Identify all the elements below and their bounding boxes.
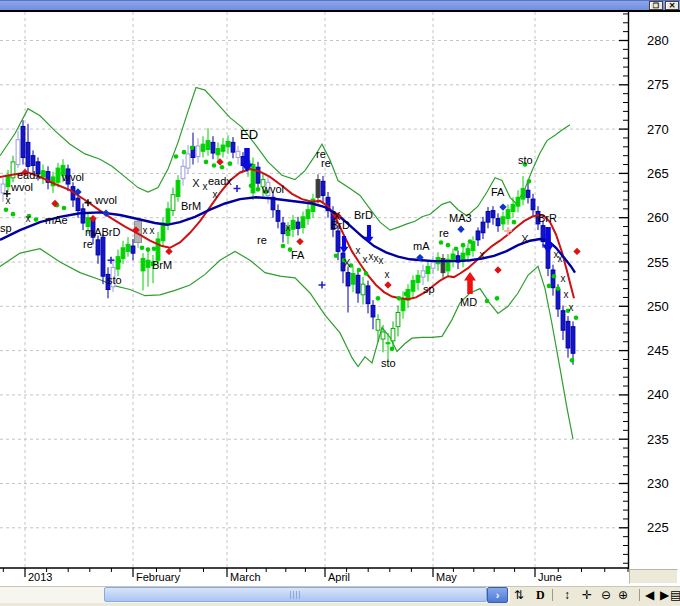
green-dot-marker <box>376 296 381 301</box>
close-window-button[interactable]: ✕ <box>665 1 679 10</box>
candle <box>11 156 15 183</box>
x-marker: x <box>385 269 390 280</box>
candle <box>186 145 190 173</box>
candle <box>456 250 460 269</box>
candle <box>406 284 410 308</box>
statusbar-previous-icon[interactable]: ◀ <box>645 588 654 603</box>
window-titlebar[interactable]: ❐ ✕ <box>0 0 680 10</box>
month-label: May <box>436 571 457 583</box>
x-marker: x <box>150 225 155 236</box>
candle <box>481 217 485 239</box>
candle <box>181 159 185 186</box>
green-dot-marker <box>34 217 39 222</box>
y-tick-label: 275 <box>647 77 669 92</box>
green-dot-marker <box>364 271 369 276</box>
candle <box>96 235 100 263</box>
green-dot-marker <box>62 206 67 211</box>
candle <box>446 254 450 276</box>
candle <box>276 204 280 228</box>
green-dot-marker <box>461 243 466 248</box>
diamond-marker <box>384 281 391 288</box>
candle <box>311 194 315 218</box>
statusbar-daily-periodicity-icon[interactable]: D <box>536 588 545 603</box>
candle <box>541 220 545 247</box>
green-dot-marker <box>4 207 9 212</box>
statusbar-zoom-in-icon[interactable]: ⊕ <box>618 588 628 603</box>
candle <box>141 253 145 290</box>
chart-annotation: BrM <box>181 200 201 212</box>
statusbar-vertical-scale-icon[interactable]: ↕ <box>564 588 570 603</box>
candle <box>316 174 320 203</box>
candle <box>301 211 305 233</box>
candle <box>516 190 520 212</box>
chart-annotation: wvol <box>94 194 117 206</box>
candle <box>391 321 395 348</box>
chart-annotation: FA <box>491 186 505 198</box>
chart-window: 2802752702652602552502452402352302252013… <box>0 0 680 606</box>
candle <box>1 178 5 202</box>
green-dot-marker <box>190 145 195 150</box>
h-scrollbar-thumb[interactable] <box>104 587 487 602</box>
bollinger-lower-band <box>0 249 573 440</box>
restore-window-button[interactable]: ❐ <box>649 1 663 10</box>
candle <box>506 204 510 224</box>
candle <box>491 206 495 225</box>
x-marker: x <box>363 254 368 265</box>
y-tick-label: 250 <box>647 299 669 314</box>
diamond-marker <box>494 266 501 273</box>
scroll-right-button[interactable]: › <box>487 587 508 603</box>
candle <box>526 183 530 203</box>
candle <box>561 305 565 340</box>
diamond-marker <box>499 203 506 210</box>
candle <box>411 275 415 299</box>
green-dot-marker <box>281 244 286 249</box>
scrollbar-grip-icon <box>290 591 301 599</box>
y-tick-label: 265 <box>647 166 669 181</box>
green-dot-marker <box>547 284 552 289</box>
candle <box>121 241 125 264</box>
candle <box>441 254 445 278</box>
chart-annotation: eadx <box>17 169 41 181</box>
statusbar-menu-icon[interactable]: ▤ <box>670 588 680 603</box>
chart-annotation: wvol <box>61 171 84 183</box>
candle <box>356 270 360 303</box>
month-label: June <box>538 571 562 583</box>
chart-annotation: mABrD <box>85 226 121 238</box>
candle <box>531 194 535 216</box>
x-marker: x <box>26 213 31 224</box>
chart-annotation: mA <box>413 240 430 252</box>
plus-marker <box>504 227 512 235</box>
statusbar-next-icon[interactable]: ▶ <box>660 588 669 603</box>
green-dot-marker <box>574 316 579 321</box>
chart-annotation: re <box>257 234 267 246</box>
green-dot-marker <box>152 246 157 251</box>
bollinger-upper-band <box>0 88 570 231</box>
candle <box>41 165 45 184</box>
chart-annotation: eadx <box>208 175 232 187</box>
x-marker: x <box>356 245 361 256</box>
statusbar-zoom-out-icon[interactable]: ⊖ <box>601 588 611 603</box>
green-dot-marker <box>454 246 459 251</box>
candle <box>161 218 165 246</box>
green-dot-marker <box>397 296 402 301</box>
statusbar-separator <box>552 589 553 601</box>
chart-annotation: sto <box>107 274 122 286</box>
candle <box>101 234 105 285</box>
chart-annotation: MA3 <box>449 212 472 224</box>
statusbar-pan-icon[interactable]: ✛ <box>582 588 592 603</box>
candle <box>21 120 25 164</box>
candle <box>521 176 525 205</box>
candle <box>551 265 555 296</box>
candle <box>291 215 295 237</box>
statusbar-refresh-icon[interactable]: ⇅ <box>514 588 524 603</box>
month-label: April <box>328 571 350 583</box>
y-tick-label: 245 <box>647 343 669 358</box>
candle <box>476 227 480 246</box>
candle <box>256 162 260 191</box>
y-tick-label: 240 <box>647 387 669 402</box>
green-dot-marker <box>468 239 473 244</box>
candle <box>306 203 310 225</box>
chart-annotation: re <box>321 157 331 169</box>
x-marker: X <box>343 257 351 269</box>
y-tick-label: 260 <box>647 210 669 225</box>
